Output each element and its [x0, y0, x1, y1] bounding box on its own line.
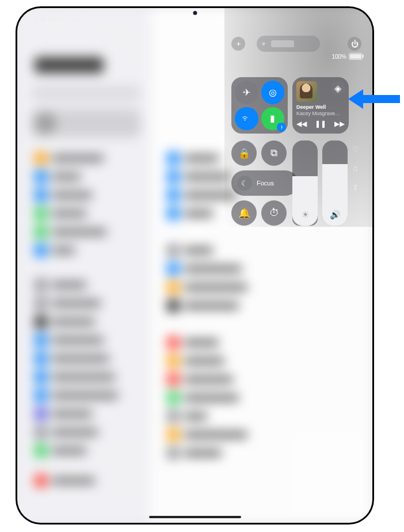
callout-arrow: [348, 89, 400, 109]
track-title: Deeper Well: [296, 104, 345, 111]
wifi-mini-icon: ᯤ: [261, 40, 268, 47]
wifi-icon: ᯤ: [242, 113, 251, 124]
home-indicator[interactable]: [149, 516, 241, 518]
volume-slider[interactable]: 🔊: [322, 140, 348, 226]
prev-track-button[interactable]: ◀◀: [296, 120, 307, 128]
airdrop-button[interactable]: ◎: [261, 81, 285, 104]
sun-icon: ☀: [292, 210, 318, 220]
pause-button[interactable]: ❚❚: [315, 120, 326, 128]
silent-mode-button[interactable]: 🔔: [231, 200, 257, 226]
status-pill-text: [271, 40, 294, 47]
screen: 9:41 AM Mon Jun 10 ᯤ ＋ ⏻ 100% ✈ ◎: [17, 8, 372, 523]
bell-icon: 🔔: [238, 207, 250, 219]
front-camera: [193, 11, 197, 15]
battery-indicator: 100%: [331, 53, 363, 60]
ipad-frame: 9:41 AM Mon Jun 10 ᯤ ＋ ⏻ 100% ✈ ◎: [16, 6, 374, 525]
wifi-button[interactable]: ᯤ: [235, 107, 258, 131]
power-button[interactable]: ⏻: [348, 37, 361, 51]
control-center: ᯤ ＋ ⏻ 100% ✈ ◎ ᯤ ▮ ᚼ: [231, 37, 365, 77]
focus-label: Focus: [257, 180, 274, 187]
battery-pct: 100%: [331, 54, 346, 60]
timer-button[interactable]: ⏱: [261, 200, 287, 226]
moon-icon: ☾: [237, 176, 252, 191]
mirror-icon: ⧉: [270, 147, 277, 159]
add-control-button[interactable]: ＋: [231, 37, 245, 51]
speaker-icon: 🔊: [322, 210, 348, 220]
connectivity-card[interactable]: ✈ ◎ ᯤ ▮ ᚼ: [231, 77, 288, 134]
timer-icon: ⏱: [269, 207, 279, 219]
track-artist: Kacey Musgrave…: [296, 111, 345, 117]
cellular-button[interactable]: ▮ ᚼ: [261, 107, 285, 131]
airplay-button[interactable]: ◈: [331, 81, 345, 95]
airplay-icon: ◈: [334, 83, 341, 94]
airdrop-icon: ◎: [269, 87, 277, 98]
focus-button[interactable]: ☾ Focus: [231, 170, 298, 196]
next-track-button[interactable]: ▶▶: [334, 120, 345, 128]
bluetooth-badge-icon: ᚼ: [277, 123, 286, 132]
cast-icon[interactable]: ⇪: [352, 183, 359, 192]
side-suggestions: ♡ ♫ ⇪: [352, 145, 359, 192]
screen-mirroring-button[interactable]: ⧉: [261, 140, 287, 166]
airplane-mode-button[interactable]: ✈: [235, 81, 258, 104]
music-note-icon[interactable]: ♫: [352, 164, 359, 173]
lock-icon: 🔒: [238, 147, 250, 159]
plus-icon: ＋: [235, 39, 242, 49]
airplane-icon: ✈: [243, 87, 250, 98]
brightness-slider[interactable]: ☀: [292, 140, 318, 226]
dynamic-status-pill[interactable]: ᯤ: [257, 36, 320, 52]
now-playing-card[interactable]: ◈ Deeper Well Kacey Musgrave… ◀◀ ❚❚ ▶▶: [292, 77, 349, 134]
cellular-icon: ▮: [270, 113, 275, 124]
power-icon: ⏻: [351, 40, 359, 48]
battery-icon: [349, 53, 363, 60]
album-art: [296, 81, 317, 102]
heart-icon[interactable]: ♡: [352, 145, 359, 154]
orientation-lock-button[interactable]: 🔒: [231, 140, 257, 166]
